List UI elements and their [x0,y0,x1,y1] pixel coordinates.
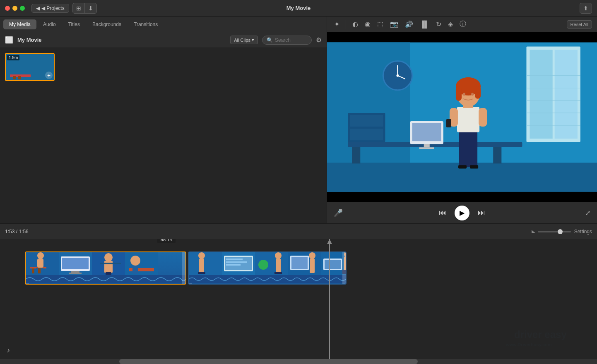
svg-text:driver easy: driver easy [514,329,567,340]
timeline-clip-2[interactable] [188,251,347,285]
svg-rect-29 [457,107,479,132]
svg-point-54 [104,253,113,261]
svg-rect-55 [106,272,111,275]
timeline-settings-button[interactable]: Settings [574,229,592,235]
timeline-clip-1[interactable]: 58.6s [25,251,186,285]
svg-rect-44 [37,259,43,268]
all-clips-dropdown[interactable]: All Clips ▾ [230,36,258,44]
magic-wand-icon[interactable]: ✦ [332,19,342,29]
info-icon[interactable]: ⓘ [457,19,468,30]
preview-toolbar: ✦ ◐ ◉ ⬚ 📷 🔊 ▐▌ ↻ ◈ ⓘ Reset All [327,17,597,32]
svg-rect-60 [132,266,138,274]
media-add-button[interactable]: + [45,72,53,79]
svg-rect-71 [226,264,241,266]
play-button[interactable]: ▶ [455,206,469,220]
timeline-controls-right: Settings [532,229,592,235]
color-balance-icon[interactable]: ◐ [350,19,360,29]
clip-frame-3 [92,252,125,275]
volume-slider-thumb[interactable] [558,229,563,234]
svg-rect-36 [456,86,462,101]
clip-2-right-handle[interactable] [342,252,346,284]
svg-rect-22 [419,147,434,149]
fullscreen-button[interactable]: ⤢ [585,209,590,217]
tab-my-media[interactable]: My Media [3,19,36,29]
chevron-down-icon: ▾ [252,37,254,43]
crop-icon[interactable]: ⬚ [375,19,385,29]
search-icon: 🔍 [267,37,273,43]
watermark: driver easy www.DriverEasy.com [502,323,585,351]
clip-track: 58.6s [25,251,347,285]
timeline-section: 1:53 / 1:56 Settings 58:14 58.6s [0,223,597,364]
toolbar-divider-1 [346,20,346,29]
down-arrow-icon[interactable]: ⬇ [85,3,96,13]
audio-icon[interactable]: 🔊 [403,19,415,29]
svg-text:www.DriverEasy.com: www.DriverEasy.com [506,342,552,347]
svg-rect-42 [32,268,34,273]
timeline-scrollbar-thumb[interactable] [119,359,418,364]
svg-point-81 [309,252,315,259]
svg-rect-87 [325,260,341,269]
titlebar-left: ◀ ◀ Projects ⊞ ⬇ [5,3,97,14]
share-button[interactable]: ⬆ [580,3,592,14]
svg-rect-53 [104,261,113,273]
svg-rect-49 [62,258,89,269]
reset-all-button[interactable]: Reset All [567,20,592,29]
svg-rect-17 [352,147,360,163]
svg-rect-28 [470,165,478,168]
tab-titles[interactable]: Titles [63,19,86,29]
skip-back-button[interactable]: ⏮ [437,207,448,219]
titlebar-right: ⬆ [580,3,592,14]
search-box: 🔍 [262,36,312,45]
svg-rect-26 [459,129,477,167]
volume-slider-track[interactable] [538,231,571,232]
svg-rect-27 [458,165,467,168]
clip-2-frames [189,252,346,275]
settings-icon[interactable]: ⚙ [316,36,322,44]
grid-view-icon[interactable]: ⊞ [73,3,85,13]
main-area: My Media Audio Titles Backgrounds Transi… [0,17,597,223]
camera-stabilize-icon[interactable]: 📷 [388,19,400,29]
timecode-display: 1:53 / 1:56 [5,229,29,235]
svg-rect-25 [350,129,383,140]
clip-frame-6 [222,252,255,275]
svg-rect-37 [475,86,481,99]
svg-rect-31 [479,108,487,127]
clip-frame-7 [255,252,288,275]
microphone-button[interactable]: 🎤 [334,208,343,218]
color-wheel-icon[interactable]: ◉ [363,19,373,29]
close-button[interactable] [5,6,10,11]
svg-point-64 [198,252,205,259]
svg-rect-20 [412,123,441,141]
clip-frame-8 [288,252,321,275]
projects-button[interactable]: ◀ ◀ Projects [31,4,69,13]
clip-1-right-handle[interactable] [182,252,185,284]
tab-bar: My Media Audio Titles Backgrounds Transi… [0,17,327,32]
speed-icon[interactable]: ↻ [434,19,443,29]
svg-rect-80 [310,259,315,273]
playhead[interactable] [329,239,330,359]
tab-backgrounds[interactable]: Backgrounds [87,19,127,29]
maximize-button[interactable] [20,6,25,11]
minimize-button[interactable] [12,6,17,11]
timeline-scrollbar[interactable] [0,359,597,364]
svg-rect-50 [71,271,79,273]
skip-forward-button[interactable]: ⏭ [476,207,487,219]
playback-controls: 🎤 ⏮ ▶ ⏭ ⤢ [327,202,597,223]
svg-rect-21 [424,144,430,147]
filter-icon[interactable]: ◈ [446,19,455,29]
svg-rect-65 [198,272,205,274]
tab-transitions[interactable]: Transitions [128,19,164,29]
svg-point-46 [37,252,44,259]
media-clip-item[interactable]: 1.9m + [5,53,55,81]
svg-rect-32 [446,119,451,127]
search-input[interactable] [275,37,308,43]
video-scene-svg [327,32,597,202]
sidebar-toggle-icon[interactable]: ⬜ [5,36,13,44]
svg-point-76 [258,260,268,270]
levels-icon[interactable]: ▐▌ [418,19,431,29]
clip-1-frames [26,252,185,275]
svg-rect-18 [493,147,501,163]
right-panel: ✦ ◐ ◉ ⬚ 📷 🔊 ▐▌ ↻ ◈ ⓘ Reset All [327,17,597,223]
svg-point-59 [130,256,140,266]
tab-audio[interactable]: Audio [37,19,62,29]
